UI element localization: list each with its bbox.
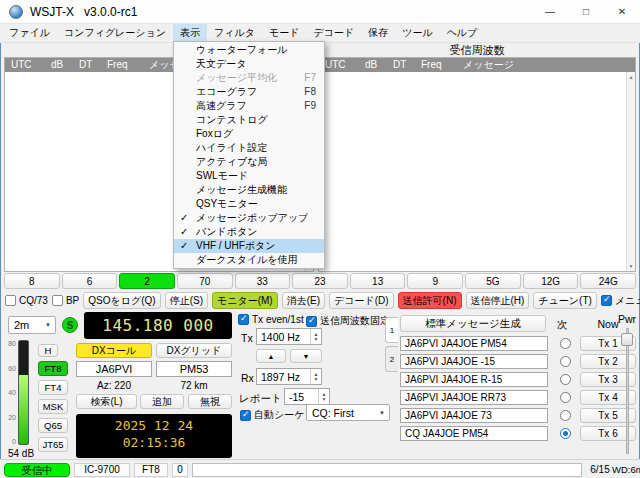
view-menu-item[interactable]: コンテストログ [174, 113, 324, 127]
minimize-button[interactable]: — [532, 0, 568, 23]
message-field[interactable]: CQ JA4JOE PM54 [400, 426, 548, 441]
control-button-3[interactable]: 消去(E) [282, 292, 325, 309]
menubar-item-1[interactable]: コンフィグレーション [57, 24, 173, 42]
view-menu-item[interactable]: 高速グラフF9 [174, 99, 324, 113]
report-spinner[interactable]: -15 ▲▼ [284, 388, 330, 405]
split-indicator-button[interactable]: S [62, 317, 78, 333]
menubar-item-5[interactable]: デコード [306, 24, 361, 42]
view-menu-item[interactable]: ✓バンドボタン [174, 225, 324, 239]
control-button-6[interactable]: 送信停止(H) [466, 292, 530, 309]
band-button-12G[interactable]: 12G [523, 273, 579, 289]
view-menu-item[interactable]: ウォーターフォール [174, 43, 324, 57]
band-button-9[interactable]: 9 [407, 273, 463, 289]
band-button-8[interactable]: 8 [4, 273, 60, 289]
menubar-item-8[interactable]: ヘルプ [440, 24, 485, 42]
view-menu-item[interactable]: アクティブな局 [174, 155, 324, 169]
spinner-arrows-icon[interactable]: ▲▼ [310, 329, 321, 344]
menubar-item-2[interactable]: 表示 [173, 24, 207, 42]
cq73-checkbox[interactable]: CQ/73 [5, 295, 48, 306]
ignore-button[interactable]: 無視 [188, 394, 232, 409]
menubar-item-0[interactable]: ファイル [2, 24, 57, 42]
band-button-70[interactable]: 70 [177, 273, 233, 289]
control-button-0[interactable]: QSOをログ(Q) [83, 292, 160, 309]
message-field[interactable]: JA6PVI JA4JOE 73 [400, 408, 548, 423]
view-menu-item[interactable]: ✓メッセージポップアップを許可 [174, 211, 324, 225]
next-radio[interactable] [560, 374, 571, 385]
scroll-up-icon[interactable]: ▲ [627, 74, 635, 80]
message-field[interactable]: JA6PVI JA4JOE -15 [400, 354, 548, 369]
view-menu-item[interactable]: QSYモニター [174, 197, 324, 211]
pwr-slider[interactable] [620, 328, 634, 454]
tx-even-checkbox[interactable]: Tx even/1st [238, 314, 304, 325]
message-tab-2[interactable]: 2 [385, 346, 398, 372]
view-menu-item[interactable]: Foxログ [174, 127, 324, 141]
dx-call-button[interactable]: DXコール [76, 343, 152, 358]
generate-std-msgs-button[interactable]: 標準メッセージ生成 [400, 315, 546, 332]
message-field[interactable]: JA6PVI JA4JOE R-15 [400, 372, 548, 387]
mode-button-q65[interactable]: Q65 [38, 418, 68, 433]
add-button[interactable]: 追加 [140, 394, 184, 409]
band-button-13[interactable]: 13 [350, 273, 406, 289]
band-button-6[interactable]: 6 [62, 273, 118, 289]
band-button-23[interactable]: 23 [292, 273, 348, 289]
scroll-down-icon[interactable]: ▼ [627, 263, 635, 269]
spinner-arrows-icon[interactable]: ▲▼ [310, 369, 321, 384]
cq-mode-select[interactable]: CQ: First ▼ [306, 404, 390, 421]
mode-button-jt65[interactable]: JT65 [38, 437, 68, 452]
menubar-item-6[interactable]: 保存 [361, 24, 395, 42]
dx-grid-button[interactable]: DXグリッド [156, 343, 232, 358]
view-menu-item[interactable]: ダークスタイルを使用 [174, 253, 324, 267]
checkbox[interactable] [240, 410, 251, 421]
control-button-1[interactable]: 停止(S) [165, 292, 208, 309]
tx-freq-spinner[interactable]: 1400 Hz ▲▼ [256, 328, 322, 345]
band-button-33[interactable]: 33 [235, 273, 291, 289]
message-tab-1[interactable]: 1 [385, 317, 398, 343]
control-button-5[interactable]: 送信許可(N) [398, 292, 462, 309]
next-radio[interactable] [560, 356, 571, 367]
bp-checkbox[interactable]: BP [52, 295, 79, 306]
next-radio[interactable] [560, 392, 571, 403]
pwr-slider-handle[interactable] [621, 333, 633, 346]
band-button-2[interactable]: 2 [119, 273, 175, 289]
next-radio[interactable] [560, 338, 571, 349]
freq-up-button[interactable]: ▲ [256, 349, 286, 363]
view-menu-item[interactable]: メッセージ平均化F7 [174, 71, 324, 85]
mode-button-ft8[interactable]: FT8 [38, 361, 68, 376]
view-menu-item[interactable]: メッセージ生成機能 [174, 183, 324, 197]
scrollbar[interactable]: ▲ ▼ [626, 72, 635, 271]
lookup-button[interactable]: 検索(L) [76, 394, 137, 409]
band-button-24G[interactable]: 24G [580, 273, 636, 289]
mode-button-msk[interactable]: MSK [38, 399, 68, 414]
view-menu-item[interactable]: ハイライト設定 [174, 141, 324, 155]
message-field[interactable]: JA6PVI JA4JOE RR73 [400, 390, 548, 405]
checkbox[interactable] [52, 295, 63, 306]
view-menu-item[interactable]: ✓VHF / UHFボタン [174, 239, 324, 253]
message-field[interactable]: JA6PVI JA4JOE PM54 [400, 336, 548, 351]
mode-button-h[interactable]: H [38, 344, 58, 357]
control-button-2[interactable]: モニター(M) [212, 292, 278, 309]
checkbox[interactable] [601, 295, 612, 306]
band-button-5G[interactable]: 5G [465, 273, 521, 289]
menubar-item-7[interactable]: ツール [395, 24, 439, 42]
checkbox[interactable] [5, 295, 16, 306]
freq-down-button[interactable]: ▼ [290, 349, 322, 363]
view-menu-item[interactable]: 天文データ [174, 57, 324, 71]
view-menu-item[interactable]: エコーグラフF8 [174, 85, 324, 99]
mode-button-ft4[interactable]: FT4 [38, 380, 68, 395]
next-radio[interactable] [560, 428, 571, 439]
control-button-4[interactable]: デコード(D) [329, 292, 394, 309]
spinner-arrows-icon[interactable]: ▲▼ [318, 389, 329, 404]
next-radio[interactable] [560, 410, 571, 421]
close-button[interactable]: ✕ [604, 0, 640, 23]
menubar-item-3[interactable]: フィルタ [207, 24, 262, 42]
menu-checkbox[interactable]: メニュー [601, 294, 640, 308]
checkbox[interactable] [306, 316, 317, 327]
rx-frequency-table[interactable]: UTCdBDTFreqメッセージ ▲ ▼ [318, 57, 636, 272]
view-menu-item[interactable]: SWLモード [174, 169, 324, 183]
checkbox[interactable] [238, 314, 249, 325]
rx-freq-spinner[interactable]: 1897 Hz ▲▼ [256, 368, 322, 385]
control-button-7[interactable]: チューン(T) [533, 292, 596, 309]
hold-tx-freq-checkbox[interactable]: 送信周波数固定 [306, 314, 390, 328]
dx-call-input[interactable]: JA6PVI [76, 361, 152, 377]
dx-grid-input[interactable]: PM53 [156, 361, 232, 377]
